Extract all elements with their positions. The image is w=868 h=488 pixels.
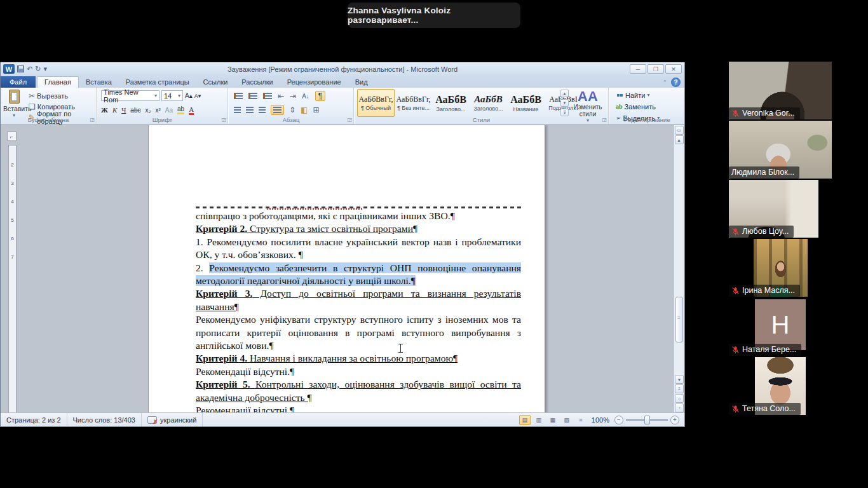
sort-icon[interactable]: А↓ bbox=[302, 93, 309, 100]
align-left-icon[interactable] bbox=[234, 107, 241, 113]
participant-tile[interactable]: Людмила Білок... bbox=[729, 121, 832, 179]
collapse-ribbon-icon[interactable]: ⌃ bbox=[662, 79, 667, 86]
page-indicator[interactable]: Страница: 2 из 2 bbox=[1, 413, 67, 426]
save-icon[interactable] bbox=[17, 65, 24, 72]
tab-insert[interactable]: Вставка bbox=[79, 77, 119, 88]
tab-mailings[interactable]: Рассылки bbox=[234, 77, 280, 88]
bullets-icon[interactable] bbox=[234, 93, 243, 99]
shrink-font-button[interactable]: А▾ bbox=[194, 93, 201, 99]
subscript-button[interactable]: х₂ bbox=[145, 107, 151, 114]
zoom-out-button[interactable]: − bbox=[614, 416, 623, 424]
style-heading1[interactable]: АаБбВ Заголово... bbox=[432, 89, 470, 117]
print-layout-view-icon[interactable]: ▤ bbox=[519, 415, 531, 425]
tab-file[interactable]: Файл bbox=[1, 76, 36, 88]
criterion-2-heading[interactable]: Критерій 2. Структура та зміст освітньої… bbox=[196, 222, 521, 235]
draft-view-icon[interactable]: ≡ bbox=[575, 415, 587, 425]
style-no-spacing[interactable]: АаБбВвГг, ¶ Без инте... bbox=[395, 89, 432, 117]
zoom-slider-thumb[interactable] bbox=[644, 416, 650, 424]
styles-gallery-down-icon[interactable]: ▾ bbox=[560, 99, 569, 107]
align-right-icon[interactable] bbox=[259, 107, 266, 113]
cut-button[interactable]: ✂Вырезать bbox=[29, 91, 96, 100]
italic-button[interactable]: К bbox=[112, 106, 117, 114]
tab-view[interactable]: Вид bbox=[348, 77, 375, 88]
document-text[interactable]: співпрацю з роботодавцями, які є працівн… bbox=[196, 203, 521, 414]
styles-dialog-launcher[interactable]: ◲ bbox=[602, 117, 607, 123]
word-logo-icon[interactable]: W bbox=[3, 64, 15, 74]
multilevel-list-icon[interactable] bbox=[263, 93, 272, 99]
paragraph-dialog-launcher[interactable]: ◲ bbox=[347, 117, 352, 123]
underline-button[interactable]: Ч bbox=[121, 106, 126, 114]
quick-access-toolbar: W ↶ ↻ ▾ bbox=[1, 64, 47, 74]
tab-review[interactable]: Рецензирование bbox=[280, 77, 348, 88]
outline-view-icon[interactable]: ▧ bbox=[561, 415, 573, 425]
superscript-button[interactable]: х² bbox=[155, 107, 160, 114]
zoom-level[interactable]: 100% bbox=[592, 416, 609, 424]
language-indicator[interactable]: украинский bbox=[142, 413, 203, 426]
participant-tile[interactable]: Ірина Масля... bbox=[729, 239, 832, 297]
tab-home[interactable]: Главная bbox=[37, 76, 79, 88]
style-normal[interactable]: АаБбВвГг, ¶ Обычный bbox=[357, 89, 395, 117]
participant-tile[interactable]: Любов Цоу... bbox=[729, 180, 832, 238]
paragraph[interactable]: 1. Рекомендуємо посилити власне українсь… bbox=[196, 236, 521, 262]
undo-icon[interactable]: ↶ bbox=[27, 64, 32, 74]
styles-gallery-up-icon[interactable]: ▴ bbox=[560, 90, 569, 97]
increase-indent-icon[interactable]: ⇥ bbox=[290, 92, 296, 100]
find-button[interactable]: Найти▾ bbox=[616, 90, 660, 100]
decrease-indent-icon[interactable]: ⇤ bbox=[278, 92, 284, 100]
style-title[interactable]: АаБбВ Название bbox=[507, 89, 545, 117]
web-layout-view-icon[interactable]: ▦ bbox=[547, 415, 559, 425]
document-scrollbar[interactable]: ▭ ▲ ▼ ⍏ ○ ⍖ bbox=[674, 125, 684, 413]
ruler-toggle-icon[interactable]: ▭ bbox=[675, 126, 684, 135]
shading-icon[interactable]: ◧ bbox=[301, 105, 308, 114]
text-effects-button[interactable]: Аа bbox=[165, 107, 173, 114]
participant-tile[interactable]: Тетяна Соло... bbox=[729, 357, 832, 415]
close-button[interactable]: ✕ bbox=[665, 64, 682, 74]
restore-button[interactable]: ❐ bbox=[648, 64, 664, 74]
clipboard-dialog-launcher[interactable]: ◲ bbox=[90, 117, 95, 123]
paragraph-highlighted[interactable]: 2. Рекомендуємо забезпечити в структурі … bbox=[196, 262, 521, 288]
criterion-3-heading[interactable]: Критерій 3. Доступ до освітньої програми… bbox=[196, 287, 521, 313]
paragraph[interactable]: співпрацю з роботодавцями, які є працівн… bbox=[196, 210, 521, 222]
tab-references[interactable]: Ссылки bbox=[196, 77, 235, 88]
help-icon[interactable]: ? bbox=[671, 78, 681, 87]
redo-icon[interactable]: ↻ bbox=[35, 64, 41, 74]
styles-gallery-more-icon[interactable]: ⊽ bbox=[560, 109, 569, 116]
tab-page-layout[interactable]: Разметка страницы bbox=[119, 77, 196, 88]
previous-page-icon[interactable]: ⍏ bbox=[675, 384, 684, 393]
criterion-5-heading[interactable]: Критерій 5. Контрольні заходи, оцінюванн… bbox=[196, 378, 521, 404]
line-spacing-icon[interactable]: ⇕ bbox=[289, 105, 295, 114]
align-center-icon[interactable] bbox=[246, 107, 254, 113]
scroll-down-icon[interactable]: ▼ bbox=[675, 375, 684, 384]
word-count[interactable]: Число слов: 13/403 bbox=[67, 413, 142, 426]
replace-button[interactable]: abЗаменить bbox=[616, 102, 660, 111]
zoom-in-button[interactable]: + bbox=[670, 416, 679, 424]
minimize-button[interactable]: ─ bbox=[630, 64, 646, 74]
paragraph[interactable]: Рекомендуємо уніфікувати структуру вступ… bbox=[196, 313, 521, 352]
paste-button[interactable]: Вставить ▾ bbox=[3, 90, 25, 118]
scroll-up-icon[interactable]: ▲ bbox=[675, 135, 684, 144]
browse-object-icon[interactable]: ○ bbox=[675, 394, 684, 403]
grow-font-button[interactable]: А▴ bbox=[185, 92, 193, 99]
strikethrough-button[interactable]: abc bbox=[130, 107, 140, 114]
paragraph[interactable]: Рекомендації відсутні.¶ bbox=[196, 365, 521, 378]
font-size-combo[interactable]: 14▾ bbox=[161, 90, 183, 101]
numbering-icon[interactable] bbox=[248, 93, 257, 99]
fullscreen-reading-view-icon[interactable]: ▥ bbox=[533, 415, 545, 425]
font-color-button[interactable]: А bbox=[189, 105, 194, 115]
next-page-icon[interactable]: ⍖ bbox=[675, 403, 684, 412]
justify-icon[interactable] bbox=[271, 105, 284, 115]
borders-icon[interactable]: ⊞ bbox=[313, 105, 319, 114]
highlight-color-button[interactable]: ab bbox=[177, 105, 184, 114]
font-family-combo[interactable]: Times New Rom▾ bbox=[101, 90, 159, 101]
criterion-4-heading[interactable]: Критерій 4. Навчання і викладання за осв… bbox=[196, 352, 521, 365]
participant-tile[interactable]: H Наталя Бере... bbox=[729, 298, 832, 356]
bold-button[interactable]: Ж bbox=[101, 106, 108, 114]
qat-customize-icon[interactable]: ▾ bbox=[43, 64, 47, 74]
style-heading2[interactable]: АаБбВ Заголово... bbox=[470, 89, 507, 117]
participant-tile[interactable]: Veronika Gor... bbox=[729, 62, 832, 119]
show-formatting-marks-toggle[interactable]: ¶ bbox=[315, 91, 325, 101]
zoom-slider[interactable] bbox=[626, 419, 668, 421]
font-dialog-launcher[interactable]: ◲ bbox=[221, 117, 226, 123]
scrollbar-thumb[interactable] bbox=[675, 297, 683, 342]
title-bar[interactable]: W ↶ ↻ ▾ Зауваження [Режим ограниченной ф… bbox=[1, 62, 684, 76]
